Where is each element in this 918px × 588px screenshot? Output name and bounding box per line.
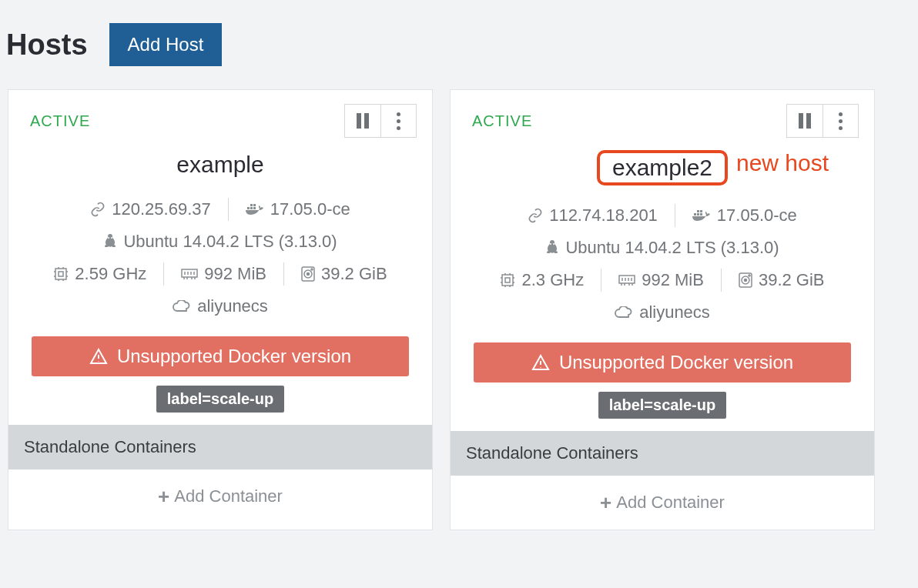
cloud-icon — [173, 300, 191, 312]
host-label-tag: label=scale-up — [598, 392, 726, 419]
storage-icon — [739, 272, 752, 288]
add-container-button[interactable]: + Add Container — [8, 469, 432, 523]
storage-icon — [301, 266, 315, 282]
cloud-icon — [615, 306, 633, 319]
svg-point-23 — [749, 275, 750, 276]
host-os: Ubuntu 14.04.2 LTS (3.13.0) — [86, 229, 353, 255]
containers-section-header: Standalone Containers — [8, 425, 432, 469]
host-memory: 992 MiB — [164, 261, 283, 287]
host-ip: 120.25.69.37 — [73, 196, 227, 222]
svg-point-22 — [744, 279, 746, 282]
linux-icon — [545, 240, 559, 256]
host-provider: aliyunecs — [156, 293, 285, 319]
host-storage: 39.2 GiB — [722, 267, 842, 293]
docker-icon — [692, 209, 711, 222]
svg-rect-14 — [700, 213, 702, 215]
link-icon — [528, 208, 543, 223]
svg-rect-5 — [55, 269, 66, 279]
memory-icon — [181, 268, 198, 280]
docker-warning-banner[interactable]: Unsupported Docker version — [32, 336, 409, 376]
cpu-icon — [53, 266, 69, 282]
more-menu-button[interactable] — [380, 105, 416, 137]
annotation-label: new host — [736, 150, 829, 176]
add-container-button[interactable]: + Add Container — [451, 476, 874, 530]
svg-rect-17 — [502, 275, 513, 286]
status-badge: ACTIVE — [472, 112, 532, 130]
svg-rect-6 — [59, 272, 63, 276]
host-card: ACTIVE example 120.25.69.37 — [8, 89, 433, 530]
docker-version: 17.05.0-ce — [675, 202, 814, 229]
docker-warning-banner[interactable]: Unsupported Docker version — [474, 342, 851, 383]
svg-rect-19 — [619, 276, 635, 283]
host-storage: 39.2 GiB — [284, 261, 404, 287]
more-icon — [397, 112, 400, 130]
add-host-button[interactable]: Add Host — [109, 23, 223, 66]
docker-version: 17.05.0-ce — [229, 196, 367, 222]
page-title: Hosts — [6, 28, 88, 62]
host-cpu: 2.59 GHz — [36, 261, 163, 287]
svg-rect-18 — [505, 278, 510, 282]
link-icon — [90, 202, 106, 217]
cpu-icon — [500, 272, 515, 288]
containers-section-header: Standalone Containers — [451, 431, 874, 476]
svg-rect-13 — [697, 213, 699, 215]
host-name[interactable]: example — [164, 150, 276, 179]
status-badge: ACTIVE — [30, 112, 90, 130]
host-label-tag: label=scale-up — [156, 386, 284, 413]
warning-icon — [531, 354, 550, 371]
svg-rect-3 — [250, 204, 253, 206]
host-name[interactable]: example2 — [597, 150, 728, 185]
svg-rect-15 — [697, 210, 699, 212]
svg-rect-2 — [253, 207, 256, 209]
svg-rect-0 — [247, 207, 250, 209]
docker-icon — [246, 202, 264, 216]
svg-rect-4 — [253, 204, 256, 206]
pause-icon — [799, 113, 811, 129]
svg-point-10 — [307, 273, 310, 276]
svg-rect-7 — [182, 269, 197, 277]
memory-icon — [618, 274, 635, 286]
host-ip: 112.74.18.201 — [511, 202, 675, 229]
more-icon — [839, 112, 843, 130]
linux-icon — [103, 234, 117, 249]
host-os: Ubuntu 14.04.2 LTS (3.13.0) — [528, 235, 796, 261]
host-cpu: 2.3 GHz — [483, 267, 601, 293]
plus-icon: + — [600, 493, 611, 513]
svg-rect-1 — [250, 207, 253, 209]
host-provider: aliyunecs — [598, 299, 727, 326]
more-menu-button[interactable] — [823, 105, 858, 137]
svg-point-11 — [311, 269, 313, 270]
svg-rect-12 — [694, 213, 696, 215]
pause-button[interactable] — [787, 105, 823, 137]
pause-icon — [357, 113, 369, 129]
warning-icon — [89, 348, 108, 365]
plus-icon: + — [158, 486, 169, 506]
pause-button[interactable] — [345, 105, 380, 137]
svg-rect-16 — [700, 210, 702, 212]
host-memory: 992 MiB — [601, 267, 721, 293]
